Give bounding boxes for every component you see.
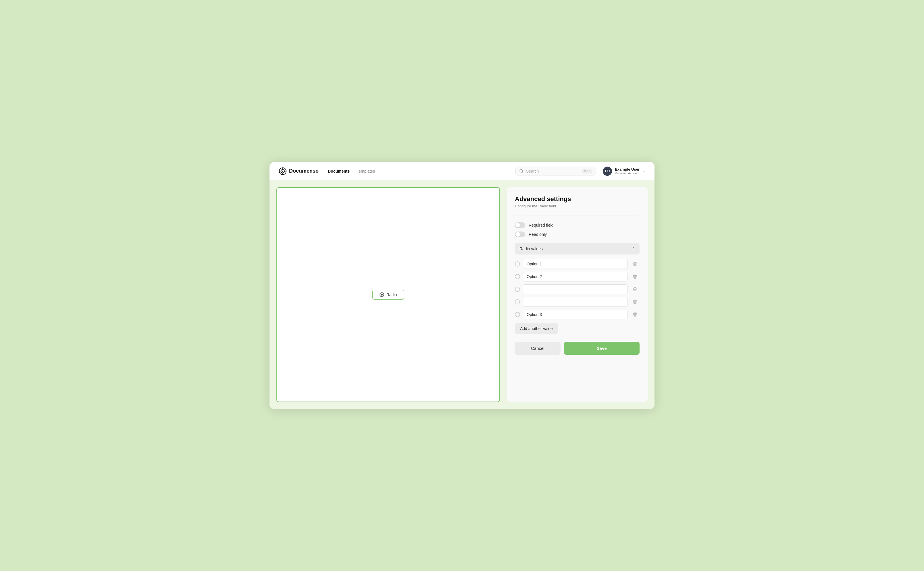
add-another-button[interactable]: Add another value	[515, 323, 558, 334]
option-input-1[interactable]	[523, 259, 627, 269]
read-only-label: Read only	[528, 232, 547, 237]
cancel-button[interactable]: Cancel	[515, 342, 561, 355]
required-field-row: Required field	[515, 222, 640, 228]
avatar: EU	[603, 167, 612, 176]
read-only-toggle[interactable]	[515, 231, 525, 237]
main-nav: Documents Templates	[328, 168, 375, 174]
delete-button-2[interactable]	[630, 272, 640, 281]
radio-options-list: Add another value	[515, 255, 640, 334]
user-name: Example User	[615, 167, 640, 172]
radio-circle-3[interactable]	[515, 287, 520, 292]
table-row	[515, 272, 640, 281]
settings-header: Advanced settings Configure the Radio fi…	[515, 195, 640, 208]
save-button[interactable]: Save	[564, 342, 640, 355]
required-field-toggle[interactable]	[515, 222, 525, 228]
user-account: Personal Account	[615, 171, 640, 175]
settings-panel: Advanced settings Configure the Radio fi…	[507, 187, 647, 402]
settings-subtitle: Configure the Radio field	[515, 204, 640, 208]
search-shortcut: ⌘+K	[582, 168, 592, 173]
user-area[interactable]: EU Example User Personal Account ⌄	[603, 167, 645, 176]
nav-documents[interactable]: Documents	[328, 168, 350, 174]
logo-area: Documenso	[279, 167, 318, 175]
nav-templates[interactable]: Templates	[357, 168, 375, 174]
header: Documenso Documents Templates Search ⌘+K…	[269, 162, 655, 181]
settings-title: Advanced settings	[515, 195, 640, 203]
logo-icon	[279, 167, 287, 175]
search-bar[interactable]: Search ⌘+K	[515, 167, 596, 176]
app-window: Documenso Documents Templates Search ⌘+K…	[269, 162, 655, 409]
chevron-down-icon: ⌄	[643, 169, 645, 173]
chevron-up-icon: ⌃	[632, 247, 635, 251]
radio-values-header[interactable]: Radio values ⌃	[515, 243, 640, 255]
option-input-3[interactable]	[523, 284, 627, 294]
search-icon	[519, 169, 524, 173]
option-input-5[interactable]	[523, 310, 627, 319]
settings-footer: Cancel Save	[515, 342, 640, 355]
user-info: Example User Personal Account	[615, 167, 640, 175]
table-row	[515, 310, 640, 319]
search-placeholder: Search	[526, 169, 580, 173]
toggles-section: Required field Read only	[515, 222, 640, 237]
trash-icon	[633, 287, 637, 292]
required-field-label: Required field	[528, 223, 553, 227]
table-row	[515, 284, 640, 294]
radio-circle-2[interactable]	[515, 274, 520, 279]
trash-icon	[633, 299, 637, 304]
delete-button-3[interactable]	[630, 285, 640, 294]
radio-field-icon	[380, 292, 384, 297]
table-row	[515, 259, 640, 269]
delete-button-4[interactable]	[630, 297, 640, 307]
read-only-row: Read only	[515, 231, 640, 237]
radio-circle-4[interactable]	[515, 299, 520, 304]
radio-values-title: Radio values	[519, 247, 543, 251]
document-panel: Radio	[277, 187, 500, 402]
radio-field-label: Radio	[386, 292, 397, 297]
radio-field-widget[interactable]: Radio	[372, 290, 404, 299]
trash-icon	[633, 274, 637, 279]
radio-circle-1[interactable]	[515, 261, 520, 267]
option-input-2[interactable]	[523, 272, 627, 281]
trash-icon	[633, 262, 637, 266]
main-content: Radio Advanced settings Configure the Ra…	[269, 181, 655, 409]
trash-icon	[633, 312, 637, 317]
radio-values-section: Radio values ⌃	[515, 243, 640, 334]
svg-point-2	[282, 171, 283, 172]
delete-button-5[interactable]	[630, 310, 640, 319]
table-row	[515, 297, 640, 307]
delete-button-1[interactable]	[630, 259, 640, 269]
svg-line-8	[522, 172, 523, 173]
option-input-4[interactable]	[523, 297, 627, 307]
logo-text: Documenso	[289, 168, 318, 174]
radio-circle-5[interactable]	[515, 312, 520, 317]
